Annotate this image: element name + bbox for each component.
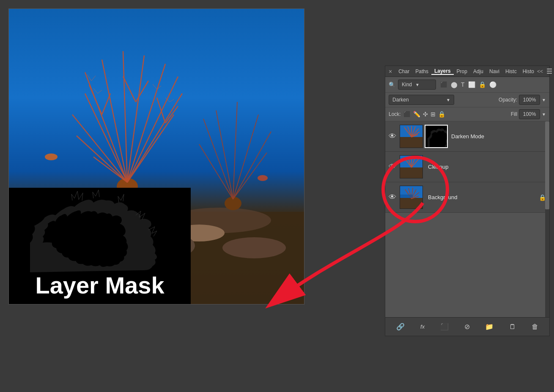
kind-filter-row: 🔍 Kind ▼ ⬛ ⬤ T ⬜ 🔒 ⚪ [385, 77, 549, 93]
filter-toggle-icon[interactable]: ⚪ [489, 81, 496, 88]
lock-artboard-icon[interactable]: ⊞ [431, 111, 436, 118]
fill-input[interactable]: 100% [519, 109, 540, 119]
layers-list: 👁 [385, 121, 549, 317]
kind-dropdown[interactable]: Kind ▼ [398, 79, 436, 90]
kind-label: Kind [402, 82, 412, 88]
delete-layer-button[interactable]: 🗑 [529, 321, 541, 332]
layers-panel: × Char Paths Layers Prop Adju Navi Histc… [385, 66, 550, 336]
svg-line-20 [102, 93, 110, 115]
tab-char[interactable]: Char [395, 68, 412, 75]
layer-item-darken[interactable]: 👁 [385, 121, 549, 152]
canvas-area: Layer Mask [8, 8, 304, 304]
panel-menu-icon[interactable]: ☰ [546, 67, 552, 75]
layer-thumb-cleanup [400, 155, 423, 178]
svg-rect-57 [400, 167, 423, 178]
new-fill-adjustment-button[interactable]: ⊘ [462, 321, 472, 332]
layer-thumb-background [400, 186, 423, 209]
svg-line-23 [157, 98, 165, 123]
svg-line-36 [233, 102, 237, 199]
new-group-button[interactable]: 📁 [483, 321, 496, 332]
svg-line-14 [127, 115, 174, 182]
layer-item-cleanup[interactable]: 👁 Cleanup [385, 152, 549, 182]
opacity-group: Opacity: 100% ▼ [499, 95, 546, 105]
svg-line-26 [91, 76, 96, 81]
filter-icons: ⬛ ⬤ T ⬜ 🔒 ⚪ [440, 81, 496, 88]
svg-line-22 [136, 81, 148, 102]
lock-move-icon[interactable]: ✣ [423, 111, 428, 118]
svg-line-27 [93, 88, 98, 93]
tab-layers[interactable]: Layers [431, 68, 454, 75]
visibility-eye-cleanup[interactable]: 👁 [389, 162, 396, 171]
fill-label: Fill [511, 111, 517, 117]
svg-rect-47 [400, 137, 423, 148]
layer-mask-thumb-darken[interactable] [425, 125, 448, 148]
tab-adju[interactable]: Adju [470, 68, 486, 75]
opacity-dropdown-arrow[interactable]: ▼ [542, 98, 546, 102]
layers-scrollbar[interactable] [545, 121, 549, 317]
tab-paths[interactable]: Paths [412, 68, 431, 75]
search-icon: 🔍 [389, 82, 395, 88]
filter-smart-icon[interactable]: 🔒 [479, 81, 486, 88]
svg-point-41 [45, 154, 58, 160]
tab-histc[interactable]: Histc [502, 68, 520, 75]
svg-line-19 [89, 85, 102, 115]
link-layers-button[interactable]: 🔗 [394, 321, 407, 332]
svg-line-24 [165, 106, 178, 123]
opacity-label: Opacity: [499, 97, 517, 103]
tab-prop[interactable]: Prop [454, 68, 470, 75]
layer-thumb-darken [400, 125, 423, 148]
svg-line-11 [127, 64, 165, 182]
lock-all-icon[interactable]: 🔒 [438, 111, 445, 118]
svg-point-45 [222, 237, 286, 258]
layer-item-background[interactable]: 👁 Background [385, 182, 549, 213]
filter-pixel-icon[interactable]: ⬛ [440, 81, 447, 88]
lock-pixels-icon[interactable]: ⬛ [403, 111, 411, 118]
lock-brush-icon[interactable]: ✏️ [413, 111, 420, 118]
filter-type-icon[interactable]: T [461, 81, 465, 88]
lock-row: Lock: ⬛ ✏️ ✣ ⊞ 🔒 Fill 100% ▼ [385, 107, 549, 121]
svg-rect-64 [400, 198, 423, 209]
panel-tabs-row: Char Paths Layers Prop Adju Navi Histc H… [395, 68, 537, 75]
opacity-input[interactable]: 100% [519, 95, 540, 105]
panel-header-bar: × Char Paths Layers Prop Adju Navi Histc… [385, 66, 549, 77]
blend-opacity-row: Darken ▼ Opacity: 100% ▼ [385, 93, 549, 107]
panel-close-button[interactable]: × [389, 68, 392, 75]
tab-navi[interactable]: Navi [486, 68, 502, 75]
svg-line-37 [233, 115, 258, 199]
filter-shape-icon[interactable]: ⬜ [468, 81, 475, 88]
fill-group: Fill 100% ▼ [511, 109, 546, 119]
visibility-eye-background[interactable]: 👁 [389, 193, 396, 202]
tab-histo[interactable]: Histo [520, 68, 537, 75]
svg-line-29 [153, 84, 157, 89]
layer-name-cleanup: Cleanup [428, 164, 546, 170]
blend-mode-dropdown[interactable]: Darken ▼ [389, 95, 454, 105]
svg-rect-71 [400, 195, 413, 198]
svg-line-10 [127, 55, 144, 182]
layer-name-darken: Darken Mode [451, 133, 546, 140]
svg-line-38 [233, 132, 271, 199]
svg-line-32 [170, 99, 174, 102]
filter-adjustment-icon[interactable]: ⬤ [451, 81, 458, 88]
panel-footer: 🔗 fx ⬛ ⊘ 📁 🗒 🗑 [385, 317, 549, 336]
layer-mask-overlay: Layer Mask [9, 188, 191, 304]
add-mask-button[interactable]: ⬛ [438, 321, 451, 332]
layer-name-background: Background [428, 194, 539, 200]
svg-point-42 [258, 175, 268, 181]
new-layer-button[interactable]: 🗒 [507, 321, 518, 332]
scrollbar-thumb[interactable] [545, 121, 549, 209]
fx-button[interactable]: fx [418, 322, 427, 332]
fill-dropdown-arrow[interactable]: ▼ [542, 112, 546, 117]
blend-dropdown-arrow: ▼ [446, 98, 450, 102]
blend-mode-value: Darken [392, 97, 409, 103]
svg-line-13 [127, 93, 182, 182]
kind-dropdown-arrow: ▼ [415, 82, 420, 87]
mask-blob-svg [9, 188, 191, 272]
lock-label: Lock: [389, 111, 401, 117]
svg-line-17 [77, 136, 127, 182]
layer-mask-label: Layer Mask [35, 271, 164, 299]
visibility-eye-darken[interactable]: 👁 [389, 132, 396, 141]
panel-collapse-button[interactable]: << [537, 69, 543, 74]
svg-line-28 [98, 90, 102, 93]
svg-line-12 [127, 77, 178, 182]
